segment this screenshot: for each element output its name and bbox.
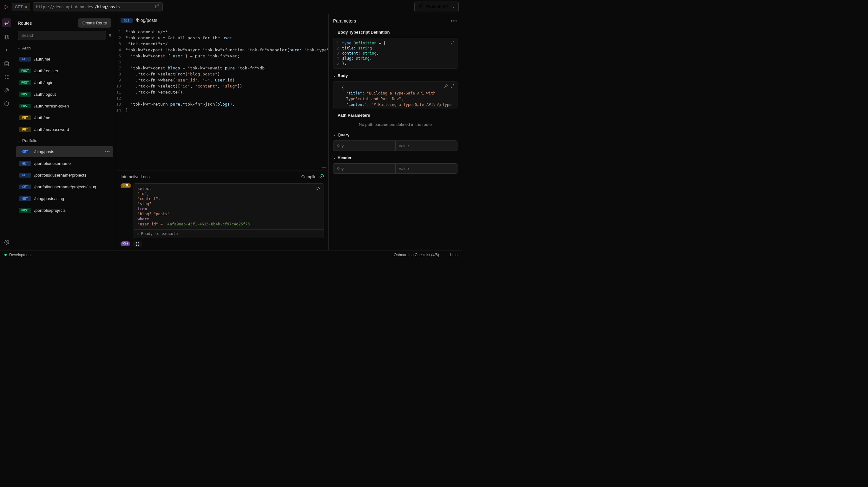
method-badge: PUT xyxy=(19,116,31,120)
route-path: /auth/login xyxy=(34,80,53,85)
route-item[interactable]: PUT/auth/me/password xyxy=(16,124,113,135)
body-header[interactable]: ⌄ Body xyxy=(329,70,462,80)
route-item[interactable]: GET/auth/me xyxy=(16,54,113,65)
route-path: /portfolio/projects xyxy=(34,208,66,213)
route-item[interactable]: POST/auth/refresh-token xyxy=(16,100,113,111)
method-badge: POST xyxy=(19,68,31,73)
wand-icon[interactable] xyxy=(444,84,448,90)
routes-icon[interactable] xyxy=(2,19,11,27)
chevron-updown-icon: ⇅ xyxy=(25,5,27,8)
routes-tree[interactable]: ⌄AuthGET/auth/mePOST/auth/registerPOST/a… xyxy=(13,43,116,250)
expand-collapse-icon[interactable]: ⇅ xyxy=(108,33,111,37)
database-icon[interactable] xyxy=(3,60,10,67)
compile-ok-icon xyxy=(319,174,324,180)
method-badge: GET xyxy=(19,161,31,166)
route-path: /blog/posts/:slug xyxy=(34,196,64,201)
parameters-title: Parameters xyxy=(333,19,356,24)
expand-icon[interactable] xyxy=(451,40,455,46)
settings-icon[interactable] xyxy=(3,239,10,246)
package-icon[interactable] xyxy=(3,100,10,107)
publish-label: Publish API xyxy=(426,4,450,9)
more-icon[interactable]: ••• xyxy=(105,149,110,154)
expand-icon[interactable] xyxy=(451,84,455,90)
res-badge: Res xyxy=(121,241,130,246)
route-item[interactable]: GET/portfolio/:username/projects xyxy=(16,170,113,181)
http-method-select[interactable]: GET ⇅ xyxy=(12,3,30,11)
url-bar[interactable]: https://demo-api.deno.dev/blog/posts xyxy=(33,2,163,11)
publish-api-button[interactable]: Publish API ⌄ xyxy=(414,2,459,12)
route-item[interactable]: POST/portfolio/projects xyxy=(16,205,113,216)
svg-point-0 xyxy=(5,62,8,63)
res-value: [] xyxy=(133,241,142,247)
sql-badge: SQL xyxy=(121,183,131,188)
svg-point-5 xyxy=(6,241,7,243)
query-value-input[interactable] xyxy=(395,140,458,151)
header-header[interactable]: ⌄ Header xyxy=(329,152,462,162)
body-def-header[interactable]: ⌄ Body Typescript Definition xyxy=(329,27,462,36)
route-path: /auth/logout xyxy=(34,92,56,97)
svg-point-3 xyxy=(5,78,6,79)
app-logo-icon xyxy=(3,4,9,10)
header-key-input[interactable] xyxy=(333,163,395,174)
route-path: /portfolio/:username xyxy=(34,161,71,166)
route-item[interactable]: GET/blog/posts/:slug xyxy=(16,193,113,204)
editor-panel: GET /blog/posts 1234567891011121314 "tok… xyxy=(116,14,329,250)
chevron-down-icon: ⌄ xyxy=(333,133,336,137)
method-badge: GET xyxy=(19,149,31,154)
grid-icon[interactable] xyxy=(3,73,10,80)
method-badge: POST xyxy=(19,80,31,85)
group-header[interactable]: ⌄Portfolio xyxy=(16,136,113,145)
route-path: /portfolio/:username/projects xyxy=(34,173,86,177)
status-bar: Development Onboarding Checklist (4/6) 1… xyxy=(0,250,462,259)
ts-definition-block[interactable]: 12345 type Definition = { title: string;… xyxy=(333,38,458,69)
search-input[interactable] xyxy=(18,31,106,40)
ready-label: Ready to execute xyxy=(141,231,178,236)
create-route-button[interactable]: Create Route xyxy=(78,19,111,28)
function-icon[interactable]: ƒ xyxy=(3,47,10,54)
chevron-down-icon: ⌄ xyxy=(452,5,455,8)
query-header[interactable]: ⌄ Query xyxy=(329,129,462,139)
tools-icon[interactable] xyxy=(3,87,10,94)
sql-log-body[interactable]: select "id", "content", "slug" from "blo… xyxy=(133,183,324,238)
status-dot-icon xyxy=(4,254,7,256)
method-badge: POST xyxy=(19,208,31,213)
route-path: /blog/posts xyxy=(34,149,54,154)
route-item[interactable]: GET/blog/posts••• xyxy=(16,146,113,157)
route-path: /auth/me/password xyxy=(34,127,69,132)
play-icon[interactable] xyxy=(316,186,320,192)
route-item[interactable]: PUT/auth/me xyxy=(16,112,113,123)
header-value-input[interactable] xyxy=(395,163,458,174)
route-path-title: /blog/posts xyxy=(136,18,157,23)
method-badge: GET xyxy=(19,173,31,177)
svg-point-4 xyxy=(7,78,8,79)
method-badge: GET xyxy=(19,196,31,201)
rocket-icon xyxy=(418,4,424,10)
route-item[interactable]: GET/portfolio/:username xyxy=(16,158,113,169)
logs-title: Interactive Logs xyxy=(121,174,150,179)
route-item[interactable]: GET/portfolio/:username/projects/:slug xyxy=(16,181,113,192)
code-editor[interactable]: 1234567891011121314 "tok-comment">/**"to… xyxy=(116,27,328,170)
method-badge: POST xyxy=(19,104,31,108)
route-method-badge: GET xyxy=(121,18,133,23)
group-header[interactable]: ⌄Auth xyxy=(16,43,113,53)
icon-rail: ƒ xyxy=(0,14,13,250)
routes-sidebar: Routes Create Route ⇅ ⌄AuthGET/auth/mePO… xyxy=(13,14,116,250)
method-badge: POST xyxy=(19,92,31,97)
route-item[interactable]: POST/auth/logout xyxy=(16,89,113,100)
external-link-icon[interactable] xyxy=(155,4,159,9)
route-item[interactable]: POST/auth/register xyxy=(16,65,113,76)
more-icon[interactable]: ••• xyxy=(451,19,458,24)
query-key-input[interactable] xyxy=(333,140,395,151)
body-preview[interactable]: { "title": "Building a Type-Safe API wit… xyxy=(333,81,458,108)
route-path: /auth/refresh-token xyxy=(34,104,69,108)
layers-icon[interactable] xyxy=(3,34,10,40)
chevron-down-icon: ⌄ xyxy=(333,114,336,117)
onboarding-checklist[interactable]: Onboarding Checklist (4/6) xyxy=(394,253,439,257)
top-bar: GET ⇅ https://demo-api.deno.dev/blog/pos… xyxy=(0,0,462,14)
method-badge: PUT xyxy=(19,127,31,132)
path-params-empty: No path parameters defined in the route xyxy=(329,120,462,129)
path-params-header[interactable]: ⌄ Path Parameters xyxy=(329,110,462,120)
route-item[interactable]: POST/auth/login xyxy=(16,77,113,88)
sidebar-title: Routes xyxy=(18,21,32,26)
env-label[interactable]: Development xyxy=(9,253,32,257)
